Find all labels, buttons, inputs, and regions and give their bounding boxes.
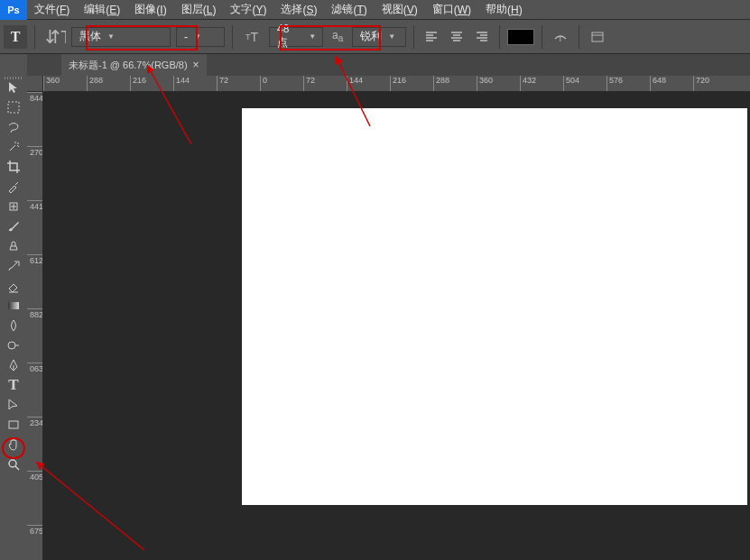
ruler-tick: 576	[27, 525, 43, 535]
svg-line-26	[15, 466, 19, 470]
ruler-tick: 576	[606, 76, 623, 92]
tool-palette: T	[0, 74, 27, 474]
menu-help[interactable]: 帮助(H)	[478, 0, 530, 20]
ruler-tick: 360	[43, 76, 60, 92]
menu-bar: Ps 文件(F) 编辑(E) 图像(I) 图层(L) 文字(Y) 选择(S) 滤…	[0, 0, 750, 20]
text-orientation-icon[interactable]: ⇵T	[42, 25, 66, 49]
ruler-horizontal[interactable]: 3602882161447207214421628836043250457664…	[43, 76, 750, 92]
menu-view[interactable]: 视图(V)	[375, 0, 425, 20]
type-tool[interactable]: T	[3, 375, 24, 395]
eyedropper-tool[interactable]	[3, 177, 24, 197]
document-tab-bar: 未标题-1 @ 66.7%(RGB/8) ×	[27, 54, 750, 76]
eraser-tool[interactable]	[3, 276, 24, 296]
ruler-vertical[interactable]: 448072144216288360432504576	[27, 92, 43, 560]
separator	[579, 25, 579, 49]
separator	[499, 25, 500, 49]
text-tool-indicator-icon: T	[4, 25, 27, 49]
rectangle-tool[interactable]	[3, 415, 24, 435]
zoom-tool[interactable]	[3, 454, 24, 474]
ruler-tick: 144	[173, 76, 190, 92]
antialias-icon: aa	[329, 29, 347, 43]
menu-key: S	[306, 4, 313, 16]
menu-label: 选择	[281, 2, 302, 17]
healing-brush-tool[interactable]	[3, 197, 24, 216]
font-style-dropdown[interactable]: - ▼	[176, 27, 225, 47]
menu-select[interactable]: 选择(S)	[273, 0, 324, 20]
menu-label: 图层	[181, 2, 203, 17]
brush-tool[interactable]	[3, 216, 24, 236]
document-tab[interactable]: 未标题-1 @ 66.7%(RGB/8) ×	[61, 54, 207, 76]
ruler-tick: 288	[27, 308, 43, 318]
chevron-down-icon: ▼	[191, 32, 204, 41]
canvas-background[interactable]	[43, 92, 750, 560]
svg-rect-16	[8, 102, 19, 113]
menu-window[interactable]: 窗口(W)	[425, 0, 478, 20]
ruler-tick: 072	[27, 146, 43, 156]
options-bar: T ⇵T 黑体 ▼ - ▼ TT 48 点 ▼ aa 锐利 ▼ T	[0, 20, 750, 54]
ruler-tick: 72	[303, 76, 315, 92]
svg-text:T: T	[558, 34, 563, 43]
blur-tool[interactable]	[3, 316, 24, 335]
magic-wand-tool[interactable]	[3, 137, 24, 157]
separator	[413, 25, 414, 49]
menu-edit[interactable]: 编辑(E)	[77, 0, 127, 20]
ruler-tick: 144	[27, 200, 43, 210]
chevron-down-icon: ▼	[105, 32, 117, 41]
hand-tool[interactable]	[3, 435, 24, 454]
menu-label: 图像	[134, 2, 156, 17]
close-icon[interactable]: ×	[193, 59, 199, 71]
ruler-tick: 504	[27, 471, 43, 481]
antialias-dropdown[interactable]: 锐利 ▼	[352, 27, 406, 47]
ruler-tick: 432	[520, 76, 536, 92]
font-size-dropdown[interactable]: 48 点 ▼	[269, 27, 323, 47]
font-size-value: 48 点	[277, 23, 302, 50]
chevron-down-icon: ▼	[385, 32, 398, 41]
svg-point-25	[9, 460, 16, 467]
crop-tool[interactable]	[3, 157, 24, 177]
ruler-corner	[27, 76, 43, 92]
chevron-down-icon: ▼	[306, 32, 319, 41]
lasso-tool[interactable]	[3, 117, 24, 137]
menu-label: 视图	[382, 2, 403, 17]
menu-layer[interactable]: 图层(L)	[174, 0, 224, 20]
dodge-tool[interactable]	[3, 335, 24, 355]
align-left-button[interactable]	[421, 27, 441, 47]
menu-label: 滤镜	[331, 2, 353, 17]
document-canvas[interactable]	[242, 108, 747, 505]
menu-type[interactable]: 文字(Y)	[223, 0, 273, 20]
separator	[542, 25, 542, 49]
document-title: 未标题-1 @ 66.7%(RGB/8)	[69, 59, 188, 72]
menu-key: E	[109, 4, 116, 16]
svg-rect-14	[592, 32, 603, 41]
separator	[232, 25, 233, 49]
move-tool[interactable]	[3, 78, 24, 97]
work-area: 未标题-1 @ 66.7%(RGB/8) × 36028821614472072…	[27, 54, 750, 560]
svg-text:⇵T: ⇵T	[45, 26, 66, 46]
menu-key: L	[207, 4, 213, 16]
font-size-icon: TT	[240, 25, 264, 49]
gradient-tool[interactable]	[3, 296, 24, 316]
font-family-value: 黑体	[79, 29, 101, 44]
character-panel-icon[interactable]	[587, 27, 608, 47]
align-right-button[interactable]	[472, 27, 492, 47]
history-brush-tool[interactable]	[3, 256, 24, 276]
ruler-tick: 648	[650, 76, 666, 92]
warp-text-icon[interactable]: T	[550, 27, 571, 47]
marquee-tool[interactable]	[3, 97, 24, 117]
align-center-button[interactable]	[447, 27, 467, 47]
clone-stamp-tool[interactable]	[3, 236, 24, 256]
antialias-value: 锐利	[360, 29, 382, 44]
menu-label: 文字	[230, 2, 252, 17]
menu-label: 文件	[34, 2, 56, 17]
menu-filter[interactable]: 滤镜(T)	[324, 0, 374, 20]
text-color-swatch[interactable]	[507, 29, 534, 45]
ruler-tick: 288	[433, 76, 449, 92]
menu-file[interactable]: 文件(F)	[27, 0, 77, 20]
menu-label: 编辑	[84, 2, 106, 17]
font-family-dropdown[interactable]: 黑体 ▼	[71, 27, 171, 47]
app-logo: Ps	[0, 0, 27, 20]
ruler-tick: 216	[130, 76, 146, 92]
menu-image[interactable]: 图像(I)	[127, 0, 173, 20]
path-selection-tool[interactable]	[3, 395, 24, 415]
pen-tool[interactable]	[3, 355, 24, 375]
